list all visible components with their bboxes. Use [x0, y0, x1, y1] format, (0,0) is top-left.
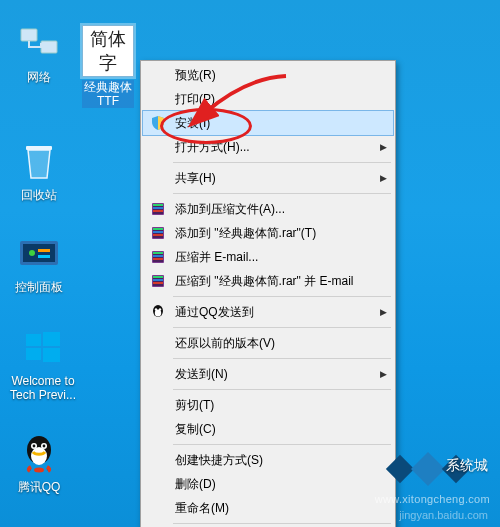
- menu-item[interactable]: 通过QQ发送到: [143, 300, 393, 324]
- svg-rect-36: [153, 276, 163, 278]
- blank-icon: [147, 396, 169, 414]
- svg-rect-8: [26, 334, 41, 346]
- svg-rect-33: [153, 258, 163, 260]
- menu-item[interactable]: 预览(R): [143, 63, 393, 87]
- svg-rect-21: [153, 204, 163, 206]
- blank-icon: [147, 499, 169, 517]
- watermark-url-1: www.xitongcheng.com: [375, 493, 490, 505]
- desktop-icon-qq[interactable]: 腾讯QQ: [4, 432, 74, 494]
- desktop[interactable]: 网络 回收站 控制面板 Welcome to Tech Previ... 腾讯Q…: [0, 0, 500, 527]
- svg-rect-26: [153, 228, 163, 230]
- selected-file[interactable]: 简体字 经典趣体 TTF: [73, 25, 143, 108]
- desktop-icon-label: Welcome to Tech Previ...: [4, 374, 82, 402]
- menu-item[interactable]: 安装(I): [142, 110, 394, 136]
- desktop-icon-welcome[interactable]: Welcome to Tech Previ...: [4, 326, 82, 402]
- svg-rect-7: [38, 255, 50, 258]
- svg-point-18: [34, 468, 44, 473]
- menu-item[interactable]: 剪切(T): [143, 393, 393, 417]
- blank-icon: [147, 169, 169, 187]
- menu-item[interactable]: 添加到压缩文件(A)...: [143, 197, 393, 221]
- menu-item-label: 复制(C): [175, 421, 373, 438]
- menu-item-label: 重命名(M): [175, 500, 373, 517]
- desktop-icon-recycle[interactable]: 回收站: [4, 140, 74, 202]
- blank-icon: [147, 451, 169, 469]
- font-thumbnail: 简体字: [82, 25, 134, 77]
- blank-icon: [147, 334, 169, 352]
- menu-separator: [173, 523, 391, 524]
- menu-item-label: 安装(I): [175, 115, 374, 132]
- svg-point-5: [29, 250, 35, 256]
- menu-item-label: 共享(H): [175, 170, 373, 187]
- menu-item-label: 发送到(N): [175, 366, 373, 383]
- qq-icon: [147, 303, 169, 321]
- menu-item-label: 删除(D): [175, 476, 373, 493]
- menu-separator: [173, 444, 391, 445]
- desktop-icon-label: 网络: [4, 70, 74, 84]
- svg-rect-31: [153, 252, 163, 254]
- menu-item-label: 打开方式(H)...: [175, 139, 373, 156]
- menu-separator: [173, 327, 391, 328]
- menu-item[interactable]: 还原以前的版本(V): [143, 331, 393, 355]
- blank-icon: [147, 420, 169, 438]
- menu-item[interactable]: 添加到 "经典趣体简.rar"(T): [143, 221, 393, 245]
- menu-item[interactable]: 压缩并 E-mail...: [143, 245, 393, 269]
- menu-item-label: 还原以前的版本(V): [175, 335, 373, 352]
- menu-item[interactable]: 发送到(N): [143, 362, 393, 386]
- blank-icon: [147, 90, 169, 108]
- rar-icon: [147, 200, 169, 218]
- menu-separator: [173, 358, 391, 359]
- menu-item[interactable]: 打印(P): [143, 87, 393, 111]
- menu-item[interactable]: 压缩到 "经典趣体简.rar" 并 E-mail: [143, 269, 393, 293]
- svg-rect-6: [38, 249, 50, 252]
- menu-item-label: 压缩到 "经典趣体简.rar" 并 E-mail: [175, 273, 373, 290]
- file-label: 经典趣体 TTF: [82, 80, 134, 108]
- svg-rect-38: [153, 282, 163, 284]
- svg-rect-23: [153, 210, 163, 212]
- menu-item-label: 添加到压缩文件(A)...: [175, 201, 373, 218]
- svg-rect-10: [26, 348, 41, 360]
- font-thumb-text: 简体字: [83, 27, 133, 75]
- menu-item[interactable]: 打开方式(H)...: [143, 135, 393, 159]
- menu-item-label: 创建快捷方式(S): [175, 452, 373, 469]
- svg-rect-2: [26, 146, 52, 150]
- rar-icon: [147, 272, 169, 290]
- menu-item[interactable]: 重命名(M): [143, 496, 393, 520]
- svg-rect-1: [41, 41, 57, 53]
- svg-rect-9: [43, 332, 60, 346]
- menu-separator: [173, 296, 391, 297]
- blank-icon: [147, 66, 169, 84]
- network-icon: [17, 22, 61, 66]
- svg-rect-37: [153, 279, 163, 281]
- svg-point-42: [159, 308, 161, 310]
- blank-icon: [147, 365, 169, 383]
- menu-item[interactable]: 创建快捷方式(S): [143, 448, 393, 472]
- svg-rect-32: [153, 255, 163, 257]
- menu-item-label: 剪切(T): [175, 397, 373, 414]
- menu-item-label: 通过QQ发送到: [175, 304, 373, 321]
- rar-icon: [147, 248, 169, 266]
- rar-icon: [147, 224, 169, 242]
- recycle-bin-icon: [17, 140, 61, 184]
- menu-item[interactable]: 删除(D): [143, 472, 393, 496]
- svg-rect-43: [386, 455, 414, 483]
- menu-item-label: 预览(R): [175, 67, 373, 84]
- menu-item[interactable]: 共享(H): [143, 166, 393, 190]
- watermark-url-2: jingyan.baidu.com: [399, 509, 488, 521]
- blank-icon: [147, 138, 169, 156]
- menu-item-label: 添加到 "经典趣体简.rar"(T): [175, 225, 373, 242]
- desktop-icon-control-panel[interactable]: 控制面板: [4, 232, 74, 294]
- desktop-icon-label: 腾讯QQ: [4, 480, 74, 494]
- control-panel-icon: [17, 232, 61, 276]
- menu-item-label: 压缩并 E-mail...: [175, 249, 373, 266]
- svg-rect-22: [153, 207, 163, 209]
- context-menu: 预览(R)打印(P)安装(I)打开方式(H)...共享(H)添加到压缩文件(A)…: [140, 60, 396, 527]
- menu-separator: [173, 193, 391, 194]
- svg-rect-28: [153, 234, 163, 236]
- svg-rect-0: [21, 29, 37, 41]
- svg-point-13: [31, 447, 47, 465]
- shield-icon: [147, 114, 169, 132]
- blank-icon: [147, 475, 169, 493]
- svg-point-17: [43, 445, 46, 448]
- desktop-icon-network[interactable]: 网络: [4, 22, 74, 84]
- menu-item[interactable]: 复制(C): [143, 417, 393, 441]
